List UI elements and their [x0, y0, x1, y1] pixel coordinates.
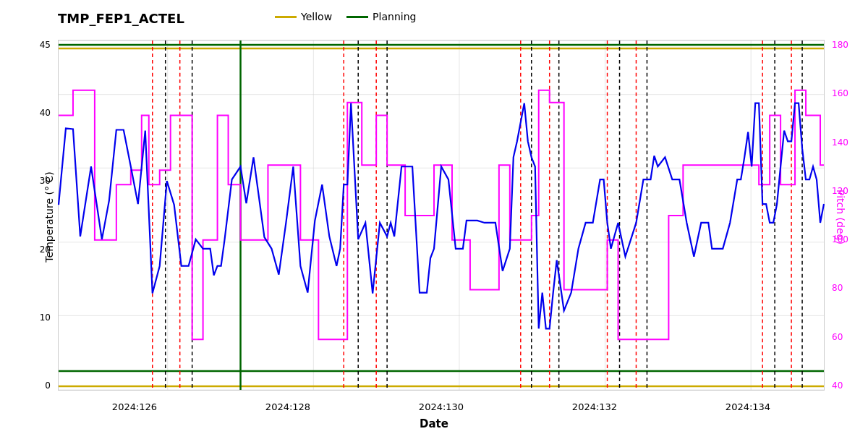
x-label: Date — [420, 417, 448, 430]
x-tick-134: 2024:134 — [726, 401, 770, 412]
x-tick-126: 2024:126 — [112, 401, 157, 412]
plot-area — [58, 40, 825, 391]
legend: Yellow Planning — [275, 11, 416, 22]
legend-yellow: Yellow — [275, 11, 332, 22]
chart-title: TMP_FEP1_ACTEL — [58, 11, 184, 26]
x-tick-128: 2024:128 — [265, 401, 310, 412]
legend-planning: Planning — [346, 11, 416, 22]
x-tick-132: 2024:132 — [572, 401, 617, 412]
yellow-legend-line — [275, 16, 297, 18]
x-tick-130: 2024:130 — [419, 401, 464, 412]
y-label-right: Pitch (deg) — [835, 190, 846, 244]
planning-label: Planning — [373, 11, 416, 22]
planning-legend-line — [346, 16, 368, 18]
yellow-label: Yellow — [301, 11, 332, 22]
y-label-left: Temperature (° C) — [43, 171, 55, 262]
x-axis: 2024:126 2024:128 2024:130 2024:132 2024… — [58, 401, 825, 412]
plot-svg — [59, 41, 824, 390]
chart-container: TMP_FEP1_ACTEL Yellow Planning 45 40 30 … — [0, 0, 868, 434]
